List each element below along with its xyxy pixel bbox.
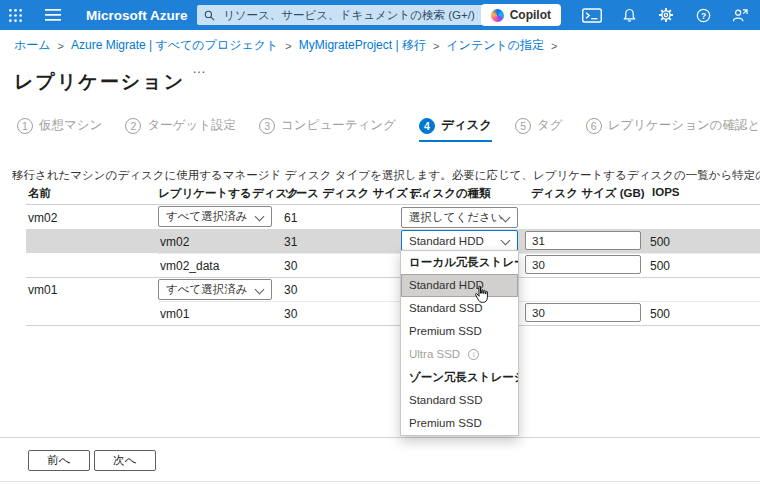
dropdown-option-standard-hdd[interactable]: Standard HDD (401, 274, 518, 297)
copilot-button[interactable]: Copilot (481, 4, 561, 26)
tab-tags[interactable]: 5 タグ (515, 117, 563, 142)
column-header-replicate-disk: レプリケートするディスク (158, 186, 299, 201)
select-value: すべて選択済み (166, 209, 248, 224)
topbar-right-cluster: Copilot (481, 0, 755, 30)
breadcrumb-project[interactable]: MyMigrateProject | 移行 (299, 37, 426, 54)
tab-review-start-replication[interactable]: 6 レプリケーションの確認と開始 (586, 117, 760, 142)
dropdown-option-standard-ssd[interactable]: Standard SSD (401, 297, 518, 320)
select-value: すべて選択済み (166, 282, 248, 297)
column-header-name: 名前 (28, 186, 51, 201)
row-vm-name: vm02 (28, 211, 57, 225)
disk-type-select-vm02-group[interactable]: 選択してください (401, 207, 518, 228)
step-label: コンピューティング (281, 117, 396, 134)
breadcrumb-home[interactable]: ホーム (14, 37, 51, 54)
cloud-shell-icon (582, 8, 602, 23)
breadcrumb-separator: > (433, 40, 439, 52)
source-disk-size: 30 (284, 283, 297, 297)
table-bottom-divider (26, 325, 760, 326)
dropdown-option-premium-ssd-zrs[interactable]: Premium SSD (401, 412, 518, 435)
source-disk-size: 30 (284, 259, 297, 273)
search-icon (204, 10, 215, 21)
disk-size-input-vm02-data[interactable] (525, 255, 641, 274)
iops-value: 500 (650, 307, 670, 321)
tab-disks[interactable]: 4 ディスク (419, 117, 492, 142)
step-number: 1 (17, 118, 33, 134)
column-header-source-disk-size: ソース ディスク サイズ (… (284, 186, 426, 201)
iops-value: 500 (650, 259, 670, 273)
step-label: レプリケーションの確認と開始 (608, 117, 760, 134)
global-search-box[interactable] (197, 5, 509, 25)
breadcrumb-separator: > (58, 40, 64, 52)
breadcrumb-intent[interactable]: インテントの指定 (446, 37, 544, 54)
hamburger-menu-button[interactable] (38, 0, 68, 30)
title-more-menu[interactable]: … (192, 60, 207, 76)
tab-compute[interactable]: 3 コンピューティング (259, 117, 396, 142)
select-value: 選択してください (409, 210, 503, 225)
chevron-down-icon (255, 212, 265, 222)
dropdown-option-ultra-ssd: Ultra SSD i (401, 343, 518, 366)
dropdown-group-header-lrs: ローカル冗長ストレージ (LRS) (401, 251, 518, 274)
disk-size-input-vm02-os[interactable] (525, 231, 641, 250)
app-launcher-icon (8, 8, 23, 23)
help-button[interactable]: ? (688, 0, 718, 30)
dropdown-group-header-zrs: ゾーン冗長ストレージ (ZRS) (401, 366, 518, 389)
source-disk-size: 30 (284, 307, 297, 321)
notifications-bell-icon (622, 8, 637, 23)
tab-target-settings[interactable]: 2 ターゲット設定 (125, 117, 236, 142)
settings-gear-icon (658, 7, 674, 23)
topbar-left-cluster: Microsoft Azure (0, 0, 188, 30)
footer-divider (0, 437, 760, 438)
step-number: 6 (586, 118, 602, 134)
next-button[interactable]: 次へ (94, 450, 156, 471)
source-disk-size: 31 (284, 235, 297, 249)
option-label: Ultra SSD (409, 348, 460, 360)
app-launcher-button[interactable] (0, 0, 30, 30)
row-disk-name: vm02_data (160, 259, 219, 273)
help-icon: ? (696, 8, 711, 23)
tab-virtual-machines[interactable]: 1 仮想マシン (17, 117, 102, 142)
chevron-down-icon (255, 285, 265, 295)
select-value: Standard HDD (409, 235, 484, 247)
azure-top-bar: Microsoft Azure Copilot (0, 0, 760, 30)
feedback-button[interactable] (725, 0, 755, 30)
dropdown-option-premium-ssd[interactable]: Premium SSD (401, 320, 518, 343)
page-title: レプリケーション (14, 69, 185, 95)
dropdown-option-standard-ssd-zrs[interactable]: Standard SSD (401, 389, 518, 412)
page-description: 移行されたマシンのディスクに使用するマネージド ディスク タイプを選択します。必… (12, 168, 760, 183)
header-divider (26, 204, 760, 205)
blade-bottom-edge (0, 481, 760, 482)
hamburger-menu-icon (45, 9, 61, 21)
wizard-steps: 1 仮想マシン 2 ターゲット設定 3 コンピューティング 4 ディスク 5 タ… (17, 117, 760, 142)
previous-button[interactable]: 前へ (28, 450, 90, 471)
step-number: 5 (515, 118, 531, 134)
feedback-person-icon (732, 8, 748, 23)
row-vm-name: vm01 (28, 283, 57, 297)
step-number: 3 (259, 118, 275, 134)
group-divider (26, 277, 760, 278)
cloud-shell-button[interactable] (577, 0, 607, 30)
step-label: ターゲット設定 (147, 117, 236, 134)
azure-brand[interactable]: Microsoft Azure (86, 8, 188, 23)
breadcrumb-separator: > (285, 40, 291, 52)
info-icon: i (468, 349, 479, 360)
disk-size-input-vm01-os[interactable] (525, 303, 641, 322)
column-header-iops: IOPS (652, 186, 679, 198)
step-label: ディスク (441, 117, 492, 134)
replicate-disks-select-vm01[interactable]: すべて選択済み (158, 279, 272, 300)
copilot-label: Copilot (510, 8, 551, 22)
row-disk-name: vm02 (160, 235, 189, 249)
search-input[interactable] (221, 8, 502, 22)
breadcrumb-separator: > (551, 40, 557, 52)
step-number: 4 (419, 118, 435, 134)
settings-button[interactable] (651, 0, 681, 30)
iops-value: 500 (650, 235, 670, 249)
notifications-button[interactable] (614, 0, 644, 30)
replicate-disks-select-vm02[interactable]: すべて選択済み (158, 206, 272, 227)
row-disk-name: vm01 (160, 307, 189, 321)
column-header-disk-type: ディスクの種類 (409, 186, 491, 201)
svg-text:?: ? (700, 10, 705, 20)
breadcrumb-azure-migrate[interactable]: Azure Migrate | すべてのプロジェクト (71, 37, 278, 54)
step-label: タグ (537, 117, 563, 134)
disk-type-select-vm02-os-open[interactable]: Standard HDD (401, 230, 518, 251)
breadcrumb: ホーム > Azure Migrate | すべてのプロジェクト > MyMig… (14, 37, 557, 54)
